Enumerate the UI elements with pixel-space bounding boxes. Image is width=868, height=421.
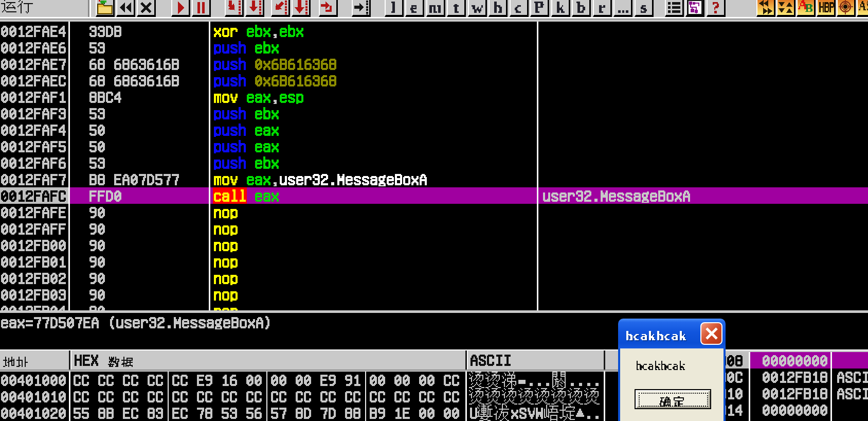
close-x-icon (138, 0, 154, 15)
animate-over-button[interactable] (292, 0, 311, 17)
message-box: hcakhcak hcakhcak 确定 (618, 319, 726, 421)
toolbar-separator-highlight (89, 0, 91, 17)
rewind-icon (117, 0, 134, 15)
disassembly-text (0, 22, 868, 310)
executables-window-button[interactable] (405, 0, 424, 17)
breakpoints-window-button[interactable] (572, 0, 591, 17)
plugin-arrows-button[interactable] (756, 0, 775, 17)
plugin-target-button[interactable] (837, 0, 856, 17)
question-icon (708, 0, 724, 15)
source-window-button[interactable] (635, 0, 654, 17)
animate-over-icon (293, 0, 309, 15)
ollydbg-window: 运行 eax=77D507EA (user32.MessageBoxA) hca… (0, 0, 868, 421)
windows-list-button[interactable] (665, 0, 684, 17)
threads-window-button[interactable] (447, 0, 466, 17)
letter-s-icon (636, 0, 652, 15)
letter-b-icon (573, 0, 589, 15)
folder-icon (97, 0, 113, 15)
close-x-icon (706, 327, 718, 340)
letter-c-icon (511, 0, 527, 15)
message-box-title: hcakhcak (625, 328, 692, 343)
toolbar: 运行 (0, 0, 868, 22)
step-over-icon (246, 0, 263, 15)
animate-into-button[interactable] (271, 0, 290, 17)
run-button[interactable] (171, 0, 190, 17)
dump-pane[interactable] (0, 349, 674, 421)
disassembly-pane[interactable] (0, 22, 868, 310)
cpu-window-button[interactable] (510, 0, 529, 17)
info-pane[interactable]: eax=77D507EA (user32.MessageBoxA) (0, 313, 868, 349)
more-windows-button[interactable] (613, 0, 632, 17)
windows-window-button[interactable] (468, 0, 487, 17)
plugin-ab-button[interactable] (797, 0, 816, 17)
dump-header (0, 349, 674, 372)
call-stack-window-button[interactable] (551, 0, 570, 17)
log-window-button[interactable] (385, 0, 404, 17)
list-icon (666, 0, 682, 15)
plugin-updown-button[interactable] (776, 0, 795, 17)
window-arrange-button[interactable] (685, 0, 704, 17)
letter-w-icon (469, 0, 485, 15)
letter-P-icon (531, 0, 548, 15)
toolbar-bottom-shadow (0, 19, 868, 20)
letter-r-icon (594, 0, 610, 15)
pause-icon (193, 0, 209, 15)
play-icon (172, 0, 189, 15)
plugin-as-button[interactable] (857, 0, 868, 17)
windows-icon (686, 0, 703, 15)
letter-e-icon (406, 0, 423, 15)
message-box-body: hcakhcak 确定 (618, 348, 726, 421)
letter-more-icon (614, 0, 631, 15)
letter-l-icon (386, 0, 402, 15)
dump-header-text (0, 349, 674, 372)
letter-m-icon (427, 0, 444, 15)
goto-icon (353, 0, 369, 15)
memory-window-button[interactable] (426, 0, 445, 17)
letter-h-icon (490, 0, 506, 15)
handles-window-button[interactable] (489, 0, 508, 17)
message-box-close-button[interactable] (700, 322, 722, 345)
ok-button-label: 确定 (659, 392, 690, 408)
plugin-hbp-button[interactable] (817, 0, 836, 17)
help-button[interactable] (707, 0, 726, 17)
step-into-icon (226, 0, 242, 15)
animate-into-icon (272, 0, 288, 15)
ok-button[interactable]: 确定 (635, 389, 711, 409)
plugin-arrows-icon (757, 0, 774, 15)
pause-button[interactable] (192, 0, 211, 17)
step-over-button[interactable] (245, 0, 264, 17)
plugin-ab-icon (798, 0, 814, 15)
go-to-address-button[interactable] (352, 0, 371, 17)
message-box-message: hcakhcak (636, 358, 697, 375)
close-program-button[interactable] (137, 0, 156, 17)
references-window-button[interactable] (593, 0, 612, 17)
dump-rows-text (0, 372, 674, 421)
status-label: 运行 (1, 0, 37, 17)
open-file-button[interactable] (96, 0, 115, 17)
letter-k-icon (552, 0, 569, 15)
plugin-hbp-icon (818, 0, 834, 15)
plugin-as-icon (858, 0, 868, 15)
patches-window-button[interactable] (530, 0, 549, 17)
step-into-button[interactable] (225, 0, 244, 17)
info-pane-text: eax=77D507EA (user32.MessageBoxA) (0, 313, 868, 349)
plugin-updown-icon (777, 0, 794, 15)
plugin-target-icon (838, 0, 854, 15)
execute-till-return-button[interactable] (319, 0, 338, 17)
till-return-icon (320, 0, 336, 15)
letter-t-icon (448, 0, 464, 15)
restart-button[interactable] (116, 0, 135, 17)
